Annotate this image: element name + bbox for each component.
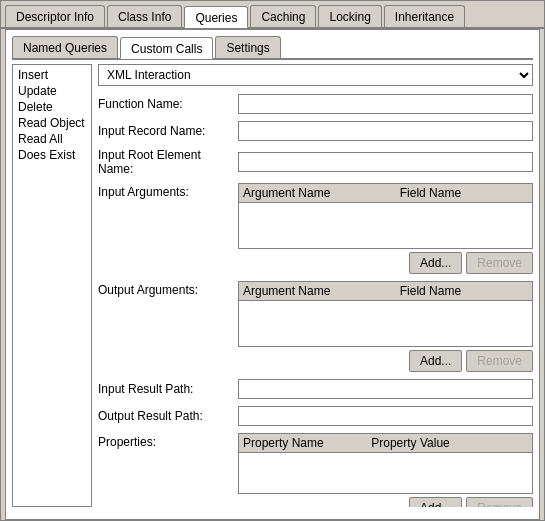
properties-col1: Property Name bbox=[243, 436, 371, 450]
input-arguments-right: Argument Name Field Name Add... Remove bbox=[238, 183, 533, 274]
list-item-update[interactable]: Update bbox=[15, 83, 89, 99]
list-item-does-exist[interactable]: Does Exist bbox=[15, 147, 89, 163]
function-name-label: Function Name: bbox=[98, 97, 238, 111]
output-arguments-section: Output Arguments: Argument Name Field Na… bbox=[98, 281, 533, 372]
tab-inheritance[interactable]: Inheritance bbox=[384, 5, 465, 27]
input-arguments-header: Argument Name Field Name bbox=[239, 184, 532, 203]
properties-remove-button[interactable]: Remove bbox=[466, 497, 533, 507]
properties-right: Property Name Property Value Add... Remo… bbox=[238, 433, 533, 507]
input-root-element-input[interactable] bbox=[238, 152, 533, 172]
output-arguments-body bbox=[239, 301, 532, 346]
input-arguments-col1: Argument Name bbox=[243, 186, 400, 200]
properties-header: Property Name Property Value bbox=[239, 434, 532, 453]
function-name-input[interactable] bbox=[238, 94, 533, 114]
output-arguments-buttons: Add... Remove bbox=[238, 350, 533, 372]
input-record-name-row: Input Record Name: bbox=[98, 121, 533, 141]
input-arguments-add-button[interactable]: Add... bbox=[409, 252, 462, 274]
output-arguments-right: Argument Name Field Name Add... Remove bbox=[238, 281, 533, 372]
left-panel: Insert Update Delete Read Object Read Al… bbox=[12, 64, 92, 507]
right-panel: XML Interaction Function Name: Input Rec… bbox=[98, 64, 533, 507]
properties-label: Properties: bbox=[98, 433, 238, 449]
function-name-row: Function Name: bbox=[98, 94, 533, 114]
tab-descriptor-info[interactable]: Descriptor Info bbox=[5, 5, 105, 27]
tab-named-queries[interactable]: Named Queries bbox=[12, 36, 118, 58]
tab-class-info[interactable]: Class Info bbox=[107, 5, 182, 27]
list-item-read-object[interactable]: Read Object bbox=[15, 115, 89, 131]
properties-section: Properties: Property Name Property Value… bbox=[98, 433, 533, 507]
output-arguments-label: Output Arguments: bbox=[98, 281, 238, 297]
tab-caching[interactable]: Caching bbox=[250, 5, 316, 27]
input-result-path-label: Input Result Path: bbox=[98, 382, 238, 396]
properties-body bbox=[239, 453, 532, 493]
properties-add-button[interactable]: Add... bbox=[409, 497, 462, 507]
list-item-delete[interactable]: Delete bbox=[15, 99, 89, 115]
input-arguments-table: Argument Name Field Name bbox=[238, 183, 533, 249]
output-arguments-header: Argument Name Field Name bbox=[239, 282, 532, 301]
output-result-path-label: Output Result Path: bbox=[98, 409, 238, 423]
input-root-element-label: Input Root Element Name: bbox=[98, 148, 238, 176]
output-arguments-add-button[interactable]: Add... bbox=[409, 350, 462, 372]
second-tab-bar: Named Queries Custom Calls Settings bbox=[12, 36, 533, 60]
tab-custom-calls[interactable]: Custom Calls bbox=[120, 37, 213, 59]
tab-queries[interactable]: Queries bbox=[184, 6, 248, 28]
content-area: Named Queries Custom Calls Settings Inse… bbox=[5, 29, 540, 520]
main-container: Descriptor Info Class Info Queries Cachi… bbox=[0, 0, 545, 521]
input-record-name-input[interactable] bbox=[238, 121, 533, 141]
input-arguments-col2: Field Name bbox=[400, 186, 461, 200]
input-record-name-label: Input Record Name: bbox=[98, 124, 238, 138]
inner-content: Insert Update Delete Read Object Read Al… bbox=[12, 60, 533, 507]
input-arguments-label: Input Arguments: bbox=[98, 183, 238, 199]
input-root-element-row: Input Root Element Name: bbox=[98, 148, 533, 176]
output-arguments-remove-button[interactable]: Remove bbox=[466, 350, 533, 372]
input-arguments-section: Input Arguments: Argument Name Field Nam… bbox=[98, 183, 533, 274]
properties-col2: Property Value bbox=[371, 436, 450, 450]
output-result-path-input[interactable] bbox=[238, 406, 533, 426]
input-result-path-row: Input Result Path: bbox=[98, 379, 533, 399]
properties-table: Property Name Property Value bbox=[238, 433, 533, 494]
output-arguments-col1: Argument Name bbox=[243, 284, 400, 298]
output-arguments-table: Argument Name Field Name bbox=[238, 281, 533, 347]
tab-settings[interactable]: Settings bbox=[215, 36, 280, 58]
tab-locking[interactable]: Locking bbox=[318, 5, 381, 27]
list-item-read-all[interactable]: Read All bbox=[15, 131, 89, 147]
input-arguments-remove-button[interactable]: Remove bbox=[466, 252, 533, 274]
input-arguments-body bbox=[239, 203, 532, 248]
dropdown-row: XML Interaction bbox=[98, 64, 533, 86]
xml-interaction-dropdown[interactable]: XML Interaction bbox=[98, 64, 533, 86]
top-tab-bar: Descriptor Info Class Info Queries Cachi… bbox=[1, 1, 544, 29]
list-item-insert[interactable]: Insert bbox=[15, 67, 89, 83]
input-result-path-input[interactable] bbox=[238, 379, 533, 399]
output-result-path-row: Output Result Path: bbox=[98, 406, 533, 426]
properties-buttons: Add... Remove bbox=[238, 497, 533, 507]
input-arguments-buttons: Add... Remove bbox=[238, 252, 533, 274]
output-arguments-col2: Field Name bbox=[400, 284, 461, 298]
